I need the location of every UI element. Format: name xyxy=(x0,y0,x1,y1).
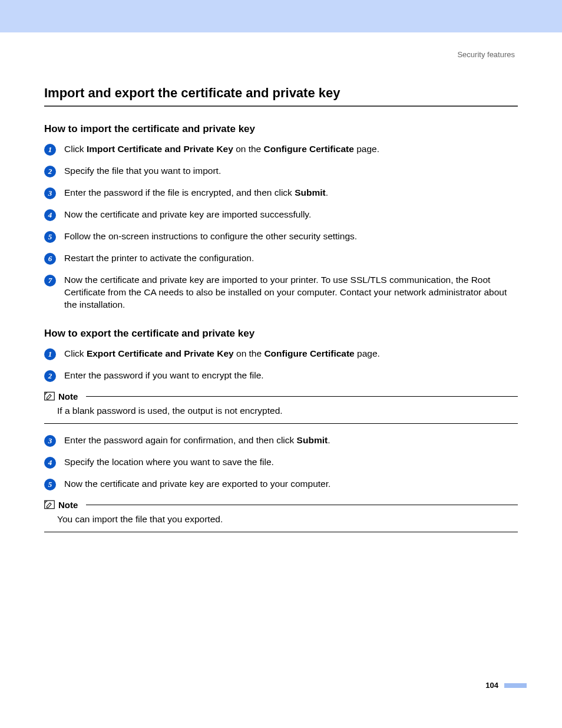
step-number-icon: 6 xyxy=(44,253,56,265)
list-item: 3 Enter the password again for confirmat… xyxy=(44,434,518,447)
step-text: Follow the on-screen instructions to con… xyxy=(64,230,357,243)
list-item: 4 Specify the location where you want to… xyxy=(44,456,518,469)
step-number-icon: 4 xyxy=(44,457,56,469)
note-label: Note xyxy=(58,391,78,401)
list-item: 1 Click Import Certificate and Private K… xyxy=(44,143,518,156)
note-rule xyxy=(86,505,518,505)
step-text: Enter the password if the file is encryp… xyxy=(64,187,328,199)
step-number-icon: 1 xyxy=(44,348,56,360)
section-heading-export: How to export the certificate and privat… xyxy=(44,328,518,340)
step-number-icon: 3 xyxy=(44,435,56,447)
list-item: 7 Now the certificate and private key ar… xyxy=(44,274,518,311)
list-item: 6 Restart the printer to activate the co… xyxy=(44,252,518,265)
note-rule xyxy=(86,396,518,397)
note-block: Note If a blank password is used, the ou… xyxy=(44,391,518,424)
note-label: Note xyxy=(58,500,78,510)
step-number-icon: 2 xyxy=(44,166,56,177)
note-body: If a blank password is used, the output … xyxy=(57,405,518,417)
note-block: Note You can import the file that you ex… xyxy=(44,500,518,532)
step-number-icon: 2 xyxy=(44,370,56,382)
export-steps-a: 1 Click Export Certificate and Private K… xyxy=(44,348,518,382)
page-footer: 104 xyxy=(0,681,562,690)
step-text: Now the certificate and private key are … xyxy=(64,209,311,221)
list-item: 2 Specify the file that you want to impo… xyxy=(44,165,518,177)
step-text: Restart the printer to activate the conf… xyxy=(64,252,254,265)
header-band xyxy=(0,0,562,32)
breadcrumb: Security features xyxy=(44,50,515,59)
page-title: Import and export the certificate and pr… xyxy=(44,85,518,101)
list-item: 5 Now the certificate and private key ar… xyxy=(44,478,518,490)
note-icon xyxy=(44,391,55,401)
step-text: Click Import Certificate and Private Key… xyxy=(64,143,379,156)
step-text: Now the certificate and private key are … xyxy=(64,274,518,311)
step-number-icon: 7 xyxy=(44,275,56,286)
step-text: Click Export Certificate and Private Key… xyxy=(64,348,380,360)
note-bottom-rule xyxy=(44,532,518,532)
step-text: Specify the file that you want to import… xyxy=(64,165,221,177)
step-number-icon: 3 xyxy=(44,187,56,199)
list-item: 4 Now the certificate and private key ar… xyxy=(44,209,518,221)
step-text: Enter the password again for confirmatio… xyxy=(64,434,330,447)
list-item: 3 Enter the password if the file is encr… xyxy=(44,187,518,199)
note-icon xyxy=(44,500,55,509)
import-steps: 1 Click Import Certificate and Private K… xyxy=(44,143,518,311)
step-number-icon: 5 xyxy=(44,479,56,490)
note-bottom-rule xyxy=(44,423,518,424)
page-number: 104 xyxy=(485,681,498,690)
list-item: 1 Click Export Certificate and Private K… xyxy=(44,348,518,360)
step-text: Specify the location where you want to s… xyxy=(64,456,274,469)
step-text: Now the certificate and private key are … xyxy=(64,478,330,490)
title-rule xyxy=(44,106,518,107)
step-number-icon: 5 xyxy=(44,231,56,243)
list-item: 5 Follow the on-screen instructions to c… xyxy=(44,230,518,243)
export-steps-b: 3 Enter the password again for confirmat… xyxy=(44,434,518,490)
step-number-icon: 4 xyxy=(44,209,56,221)
step-number-icon: 1 xyxy=(44,144,56,156)
footer-bar xyxy=(504,683,527,688)
step-text: Enter the password if you want to encryp… xyxy=(64,370,264,382)
list-item: 2 Enter the password if you want to encr… xyxy=(44,370,518,382)
note-body: You can import the file that you exporte… xyxy=(57,513,518,526)
section-heading-import: How to import the certificate and privat… xyxy=(44,123,518,135)
